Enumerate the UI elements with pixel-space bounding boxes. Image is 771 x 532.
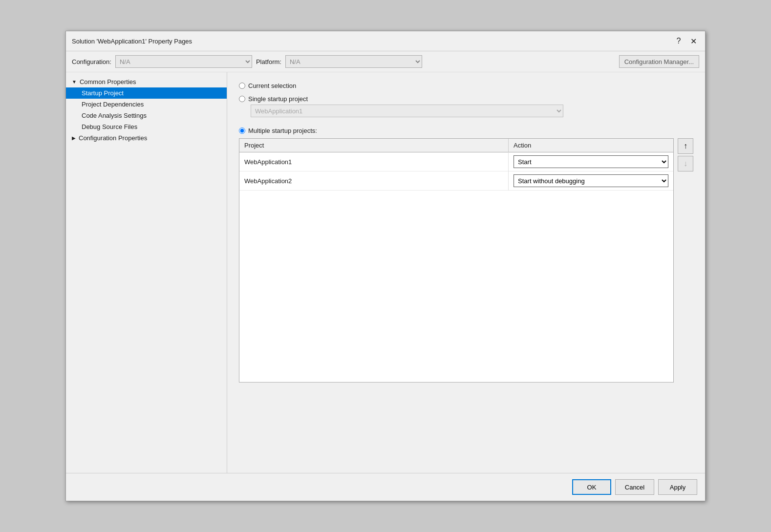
close-button[interactable]: ✕ [687, 35, 699, 47]
single-project-select[interactable]: WebApplication1 [251, 105, 563, 117]
expand-arrow-icon: ▼ [72, 79, 77, 85]
current-selection-row: Current selection [239, 82, 693, 89]
multiple-startup-row: Multiple startup projects: [239, 127, 693, 134]
title-bar-buttons: ? ✕ [673, 35, 699, 47]
sidebar-item-code-analysis-settings[interactable]: Code Analysis Settings [66, 110, 227, 121]
platform-label: Platform: [256, 58, 281, 65]
project-dependencies-label: Project Dependencies [82, 101, 144, 108]
single-startup-radio[interactable] [239, 96, 245, 102]
table-row: WebApplication2 None Start Start without… [239, 171, 673, 191]
project-name-cell-1: WebApplication1 [239, 152, 509, 171]
project-table-wrapper: Project Action WebApplication1 [239, 138, 674, 383]
right-panel: Current selection Single startup project… [227, 72, 705, 473]
startup-project-label: Startup Project [82, 89, 124, 97]
table-header-row: Project Action [239, 139, 673, 152]
common-properties-node[interactable]: ▼ Common Properties [66, 76, 227, 87]
action-select-1[interactable]: None Start Start without debugging [514, 155, 668, 168]
sidebar-item-project-dependencies[interactable]: Project Dependencies [66, 99, 227, 110]
code-analysis-settings-label: Code Analysis Settings [82, 112, 147, 119]
action-select-2[interactable]: None Start Start without debugging [514, 174, 668, 187]
content-area: ▼ Common Properties Startup Project Proj… [66, 72, 705, 473]
single-startup-section: Single startup project WebApplication1 [239, 95, 693, 117]
config-properties-arrow-icon: ▶ [72, 135, 76, 141]
action-cell-1: None Start Start without debugging [509, 152, 673, 171]
single-startup-row: Single startup project [239, 95, 693, 103]
debug-source-files-label: Debug Source Files [82, 123, 137, 130]
multiple-startup-radio[interactable] [239, 128, 245, 134]
current-selection-radio[interactable] [239, 83, 245, 89]
sidebar-item-debug-source-files[interactable]: Debug Source Files [66, 121, 227, 132]
move-down-button[interactable]: ↓ [678, 156, 693, 171]
table-row: WebApplication1 None Start Start without… [239, 152, 673, 171]
cancel-button[interactable]: Cancel [615, 479, 654, 495]
apply-button[interactable]: Apply [658, 479, 697, 495]
startup-options-group: Current selection Single startup project… [239, 82, 693, 383]
configuration-properties-node[interactable]: ▶ Configuration Properties [66, 132, 227, 144]
move-up-button[interactable]: ↑ [678, 138, 693, 154]
reorder-buttons: ↑ ↓ [678, 138, 693, 171]
single-startup-label[interactable]: Single startup project [248, 95, 308, 103]
current-selection-label[interactable]: Current selection [248, 82, 296, 89]
project-table: Project Action WebApplication1 [239, 139, 673, 191]
configuration-select[interactable]: N/A [115, 55, 252, 68]
sidebar-item-startup-project[interactable]: Startup Project [66, 87, 227, 99]
footer: OK Cancel Apply [66, 473, 705, 501]
platform-select[interactable]: N/A [285, 55, 422, 68]
multiple-startup-label[interactable]: Multiple startup projects: [248, 127, 317, 134]
multiple-startup-section: Multiple startup projects: Project Actio… [239, 127, 693, 383]
dialog-title: Solution 'WebApplication1' Property Page… [72, 38, 192, 45]
configuration-manager-button[interactable]: Configuration Manager... [619, 55, 699, 68]
col-project-header: Project [239, 139, 509, 152]
project-name-cell-2: WebApplication2 [239, 171, 509, 191]
config-properties-label: Configuration Properties [79, 134, 147, 142]
common-properties-label: Common Properties [80, 78, 136, 85]
title-bar: Solution 'WebApplication1' Property Page… [66, 31, 705, 51]
col-action-header: Action [509, 139, 673, 152]
config-bar: Configuration: N/A Platform: N/A Configu… [66, 51, 705, 72]
help-button[interactable]: ? [673, 35, 685, 47]
action-cell-2: None Start Start without debugging [509, 171, 673, 191]
ok-button[interactable]: OK [572, 479, 611, 495]
config-label: Configuration: [72, 58, 111, 65]
left-panel: ▼ Common Properties Startup Project Proj… [66, 72, 227, 473]
property-pages-dialog: Solution 'WebApplication1' Property Page… [65, 31, 706, 501]
